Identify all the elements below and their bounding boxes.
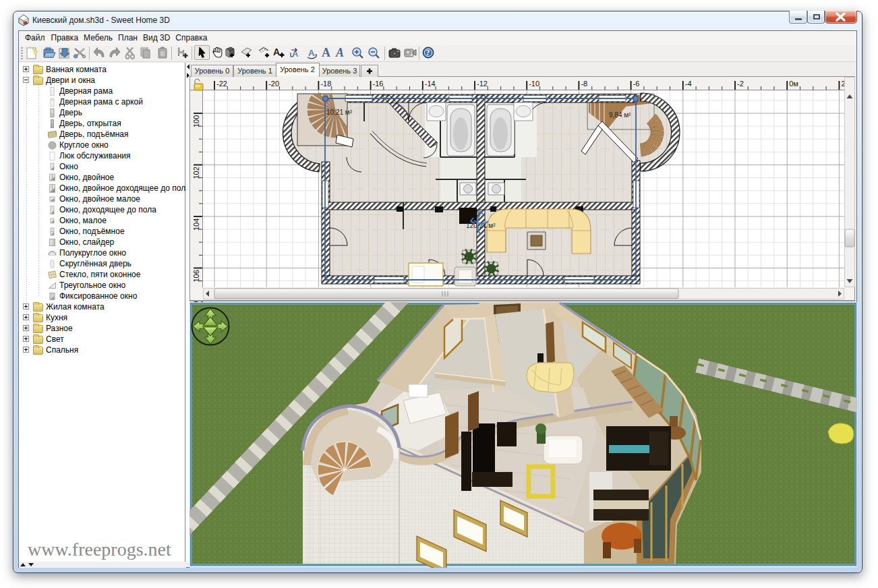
svg-text:-8: -8 [581,80,587,88]
svg-text:Уровень 0: Уровень 0 [195,67,230,75]
svg-text:A: A [273,47,280,57]
svg-text:?: ? [426,48,430,57]
svg-text:Уровень 3: Уровень 3 [322,67,357,75]
svg-text:-6: -6 [633,80,640,88]
svg-text:9,84 м²: 9,84 м² [609,111,631,119]
svg-text:100: 100 [192,115,200,127]
svg-text:-4: -4 [685,80,692,88]
svg-text:A: A [308,48,315,58]
svg-text:10,21 м²: 10,21 м² [326,109,353,116]
svg-text:104: 104 [192,218,200,231]
svg-text:-16: -16 [373,80,384,88]
svg-text:-20: -20 [268,80,279,88]
svg-text:A: A [322,46,330,59]
svg-text:-10: -10 [529,80,539,88]
svg-text:106: 106 [192,270,200,282]
svg-text:A: A [335,46,344,59]
svg-text:102: 102 [192,167,200,179]
svg-text:-12: -12 [477,80,488,88]
svg-text:Уровень 1: Уровень 1 [237,67,272,75]
svg-text:Уровень 2: Уровень 2 [280,65,315,74]
svg-text:-2: -2 [737,80,744,88]
svg-text:0м: 0м [789,80,798,88]
svg-text:-18: -18 [320,80,331,88]
svg-text:-22: -22 [216,80,227,88]
svg-text:-14: -14 [425,80,436,88]
